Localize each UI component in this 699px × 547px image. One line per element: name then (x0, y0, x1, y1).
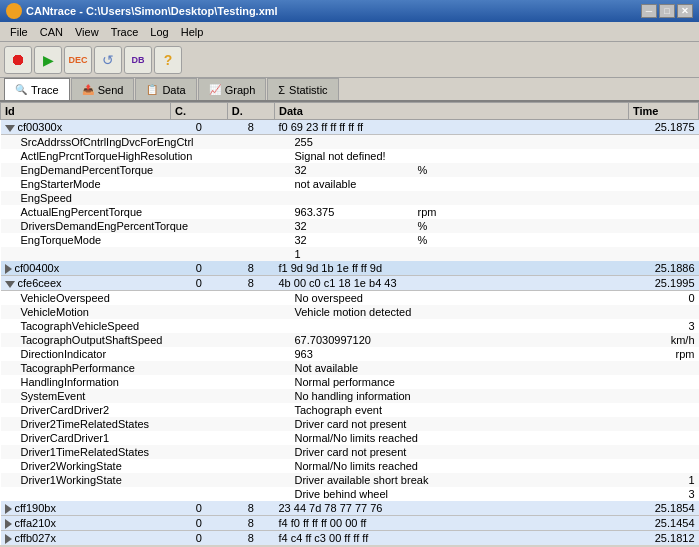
graph-tab-label: Graph (225, 84, 256, 96)
record-button[interactable]: ⏺ (4, 46, 32, 74)
tab-statistic[interactable]: Σ Statistic (267, 78, 338, 100)
sub-row: TacographPerformance Not available (1, 361, 699, 375)
title-text: CANtrace - C:\Users\Simon\Desktop\Testin… (26, 5, 278, 17)
sub-row: HandlingInformation Normal performance (1, 375, 699, 389)
sub-row: EngStarterMode not available (1, 177, 699, 191)
menu-can[interactable]: CAN (34, 24, 69, 40)
trace-table-container[interactable]: Id C. D. Data Time cf00300x 0 8 f0 69 23… (0, 102, 699, 545)
help-button[interactable]: ? (154, 46, 182, 74)
menu-trace[interactable]: Trace (105, 24, 145, 40)
sub-row: TacographOutputShaftSpeed 67.7030997120 … (1, 333, 699, 347)
sub-row: DriverCardDriver2 Tachograph event (1, 403, 699, 417)
menu-help[interactable]: Help (175, 24, 210, 40)
sub-row: EngTorqueMode 32 % (1, 233, 699, 247)
table-row[interactable]: cfe6ceex 0 8 4b 00 c0 c1 18 1e b4 43 25.… (1, 276, 699, 291)
sub-row: EngSpeed (1, 191, 699, 205)
menu-view[interactable]: View (69, 24, 105, 40)
sub-row: VehicleMotion Vehicle motion detected (1, 305, 699, 319)
header-id: Id (1, 103, 171, 120)
menu-file[interactable]: File (4, 24, 34, 40)
table-row[interactable]: cf00400x 0 8 f1 9d 9d 1b 1e ff ff 9d 25.… (1, 261, 699, 276)
sub-row: EngDemandPercentTorque 32 % (1, 163, 699, 177)
expand-icon (5, 504, 12, 514)
trace-tab-label: Trace (31, 84, 59, 96)
title-bar: CANtrace - C:\Users\Simon\Desktop\Testin… (0, 0, 699, 22)
dec-button[interactable]: DEC (64, 46, 92, 74)
db-button[interactable]: DB (124, 46, 152, 74)
sub-row: 1 (1, 247, 699, 261)
sub-row: DriverCardDriver1 Normal/No limits reach… (1, 431, 699, 445)
sub-row: VehicleOverspeed No overspeed 0 (1, 291, 699, 306)
statistic-tab-icon: Σ (278, 84, 285, 96)
loop-button[interactable]: ↺ (94, 46, 122, 74)
data-tab-label: Data (162, 84, 185, 96)
sub-row: TacographVehicleSpeed 3 (1, 319, 699, 333)
graph-tab-icon: 📈 (209, 84, 221, 95)
toolbar: ⏺ ▶ DEC ↺ DB ? (0, 42, 699, 78)
menu-bar: File CAN View Trace Log Help (0, 22, 699, 42)
trace-tab-icon: 🔍 (15, 84, 27, 95)
expand-icon (5, 281, 15, 288)
sub-row: ActlEngPrcntTorqueHighResolution Signal … (1, 149, 699, 163)
sub-row: DriversDemandEngPercentTorque 32 % (1, 219, 699, 233)
sub-row: DirectionIndicator 963 rpm (1, 347, 699, 361)
menu-log[interactable]: Log (144, 24, 174, 40)
window-controls: ─ □ ✕ (641, 4, 693, 18)
play-button[interactable]: ▶ (34, 46, 62, 74)
sub-row: Driver1WorkingState Driver available sho… (1, 473, 699, 487)
header-d: D. (227, 103, 274, 120)
close-btn[interactable]: ✕ (677, 4, 693, 18)
main-content: Id C. D. Data Time cf00300x 0 8 f0 69 23… (0, 102, 699, 545)
app-icon (6, 3, 22, 19)
tab-trace[interactable]: 🔍 Trace (4, 78, 70, 100)
sub-row: Driver1TimeRelatedStates Driver card not… (1, 445, 699, 459)
minimize-btn[interactable]: ─ (641, 4, 657, 18)
sub-row: SrcAddrssOfCntrlIngDvcForEngCtrl 255 (1, 135, 699, 150)
expand-icon (5, 264, 12, 274)
header-data: Data (275, 103, 629, 120)
table-row[interactable]: cff190bx 0 8 23 44 7d 78 77 77 76 25.185… (1, 501, 699, 516)
table-row[interactable]: cffb027x 0 8 f4 c4 ff c3 00 ff ff ff 25.… (1, 531, 699, 545)
sub-row: Driver2WorkingState Normal/No limits rea… (1, 459, 699, 473)
data-tab-icon: 📋 (146, 84, 158, 95)
table-row[interactable]: cf00300x 0 8 f0 69 23 ff ff ff ff ff 25.… (1, 120, 699, 135)
table-row[interactable]: cffa210x 0 8 f4 f0 ff ff ff 00 00 ff 25.… (1, 516, 699, 531)
sub-row: Driver2TimeRelatedStates Driver card not… (1, 417, 699, 431)
tab-data[interactable]: 📋 Data (135, 78, 196, 100)
expand-icon (5, 519, 12, 529)
tab-graph[interactable]: 📈 Graph (198, 78, 267, 100)
send-tab-label: Send (98, 84, 124, 96)
sub-row: ActualEngPercentTorque 963.375 rpm (1, 205, 699, 219)
header-c: C. (171, 103, 228, 120)
expand-icon (5, 125, 15, 132)
expand-icon (5, 534, 12, 544)
sub-row: Drive behind wheel 3 (1, 487, 699, 501)
trace-table: Id C. D. Data Time cf00300x 0 8 f0 69 23… (0, 102, 699, 545)
maximize-btn[interactable]: □ (659, 4, 675, 18)
tab-bar: 🔍 Trace 📤 Send 📋 Data 📈 Graph Σ Statisti… (0, 78, 699, 102)
header-time: Time (629, 103, 699, 120)
statistic-tab-label: Statistic (289, 84, 328, 96)
sub-row: SystemEvent No handling information (1, 389, 699, 403)
tab-send[interactable]: 📤 Send (71, 78, 135, 100)
send-tab-icon: 📤 (82, 84, 94, 95)
